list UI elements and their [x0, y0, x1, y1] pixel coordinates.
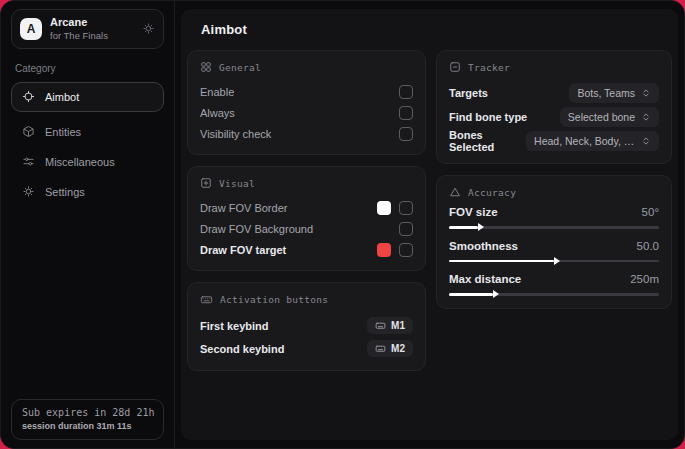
keybind-value: M1: [391, 320, 405, 331]
draw-fov-target-checkbox[interactable]: [399, 243, 413, 257]
page-title: Aimbot: [201, 22, 672, 37]
setting-label: Find bone type: [449, 111, 527, 123]
setting-row-visibility-check: Visibility check: [200, 123, 413, 144]
sidebar-item-aimbot[interactable]: Aimbot: [11, 82, 164, 112]
triangle-icon: [449, 186, 461, 198]
activation-buttons-card: Activation buttons First keybind M1: [187, 282, 426, 371]
smoothness-value: 50.0: [637, 240, 659, 252]
first-keybind-button[interactable]: M1: [367, 317, 413, 334]
max-distance-slider[interactable]: [449, 293, 659, 296]
setting-label: FOV size: [449, 206, 498, 218]
session-duration-text: session duration 31m 11s: [22, 421, 153, 431]
enable-checkbox[interactable]: [399, 85, 413, 99]
accuracy-card-header: Accuracy: [449, 186, 659, 198]
second-keybind-button[interactable]: M2: [367, 340, 413, 357]
general-card: General Enable Always Visibility check: [187, 50, 426, 155]
setting-row-first-keybind: First keybind M1: [200, 314, 413, 337]
grid-icon: [200, 61, 212, 73]
sidebar-item-entities[interactable]: Entities: [11, 118, 164, 146]
setting-label: Draw FOV Border: [200, 202, 287, 214]
keyboard-icon: [375, 343, 386, 354]
sidebar-item-miscellaneous[interactable]: Miscellaneous: [11, 148, 164, 176]
setting-row-always: Always: [200, 102, 413, 123]
smoothness-slider[interactable]: [449, 260, 659, 263]
sidebar-nav: Aimbot Entities: [11, 82, 164, 206]
sliders-icon: [22, 155, 35, 168]
general-card-header: General: [200, 61, 413, 73]
cube-icon: [22, 125, 35, 138]
card-title: Visual: [219, 178, 255, 189]
chevron-up-down-icon: [641, 88, 651, 98]
frame-plus-icon: [200, 177, 212, 189]
keyboard-icon: [200, 293, 213, 306]
setting-row-smoothness: Smoothness 50.0: [449, 240, 659, 263]
slider-fill[interactable]: [449, 293, 493, 296]
always-checkbox[interactable]: [399, 106, 413, 120]
app-name: Arcane: [50, 16, 108, 30]
select-value: Selected bone: [568, 111, 635, 123]
sidebar-item-label: Miscellaneous: [45, 156, 115, 168]
app-logo: A: [20, 18, 42, 40]
sidebar-item-label: Settings: [45, 186, 85, 198]
setting-label: Draw FOV Background: [200, 223, 313, 235]
gear-icon: [22, 185, 35, 198]
keyboard-icon: [375, 320, 386, 331]
keybind-value: M2: [391, 343, 405, 354]
draw-fov-background-checkbox[interactable]: [399, 222, 413, 236]
card-title: Accuracy: [468, 187, 516, 198]
app-subtitle: for The Finals: [50, 30, 108, 42]
setting-label: Smoothness: [449, 240, 518, 252]
app-window: A Arcane for The Finals Category: [0, 0, 685, 449]
fov-size-slider[interactable]: [449, 226, 659, 229]
slider-fill[interactable]: [449, 260, 554, 263]
category-label: Category: [15, 63, 160, 74]
select-value: Head, Neck, Body, Pe..: [534, 135, 635, 147]
select-value: Bots, Teams: [577, 87, 635, 99]
chevron-up-down-icon: [641, 112, 651, 122]
gear-icon[interactable]: [142, 22, 155, 35]
bones-selected-select[interactable]: Head, Neck, Body, Pe..: [526, 131, 659, 151]
brand-card: A Arcane for The Finals: [11, 9, 164, 49]
fov-border-color-swatch[interactable]: [377, 201, 391, 215]
card-title: Activation buttons: [220, 294, 328, 305]
sub-expiry-text: Sub expires in 28d 21h: [22, 407, 153, 418]
visual-card: Visual Draw FOV Border Draw FOV Backgrou…: [187, 166, 426, 271]
setting-label: Targets: [449, 87, 488, 99]
setting-row-draw-fov-border: Draw FOV Border: [200, 197, 413, 218]
target-box-icon: [449, 61, 461, 73]
card-title: Tracker: [468, 62, 510, 73]
chevron-up-down-icon: [641, 136, 651, 146]
fov-target-color-swatch[interactable]: [377, 243, 391, 257]
setting-row-fov-size: FOV size 50°: [449, 206, 659, 229]
activation-card-header: Activation buttons: [200, 293, 413, 306]
setting-label: Second keybind: [200, 343, 284, 355]
setting-row-second-keybind: Second keybind M2: [200, 337, 413, 360]
setting-label: Enable: [200, 86, 234, 98]
fov-size-value: 50°: [642, 206, 659, 218]
setting-row-max-distance: Max distance 250m: [449, 273, 659, 296]
crosshair-icon: [22, 90, 35, 103]
visual-card-header: Visual: [200, 177, 413, 189]
setting-label: Always: [200, 107, 235, 119]
tracker-card-header: Tracker: [449, 61, 659, 73]
targets-select[interactable]: Bots, Teams: [569, 83, 659, 103]
slider-fill[interactable]: [449, 226, 478, 229]
sidebar-item-settings[interactable]: Settings: [11, 178, 164, 206]
visibility-check-checkbox[interactable]: [399, 127, 413, 141]
card-title: General: [219, 62, 261, 73]
tracker-card: Tracker Targets Bots, Teams: [436, 50, 672, 164]
setting-row-enable: Enable: [200, 81, 413, 102]
setting-label: Visibility check: [200, 128, 271, 140]
content-panel: Aimbot General: [181, 9, 678, 440]
sidebar-item-label: Aimbot: [45, 91, 79, 103]
setting-row-targets: Targets Bots, Teams: [449, 81, 659, 105]
sidebar: A Arcane for The Finals Category: [1, 1, 175, 448]
sidebar-item-label: Entities: [45, 126, 81, 138]
setting-label: Max distance: [449, 273, 521, 285]
find-bone-type-select[interactable]: Selected bone: [560, 107, 659, 127]
setting-label: First keybind: [200, 320, 268, 332]
setting-row-draw-fov-target: Draw FOV target: [200, 239, 413, 260]
draw-fov-border-checkbox[interactable]: [399, 201, 413, 215]
setting-label: Bones Selected: [449, 129, 526, 153]
subscription-info: Sub expires in 28d 21h session duration …: [11, 399, 164, 440]
